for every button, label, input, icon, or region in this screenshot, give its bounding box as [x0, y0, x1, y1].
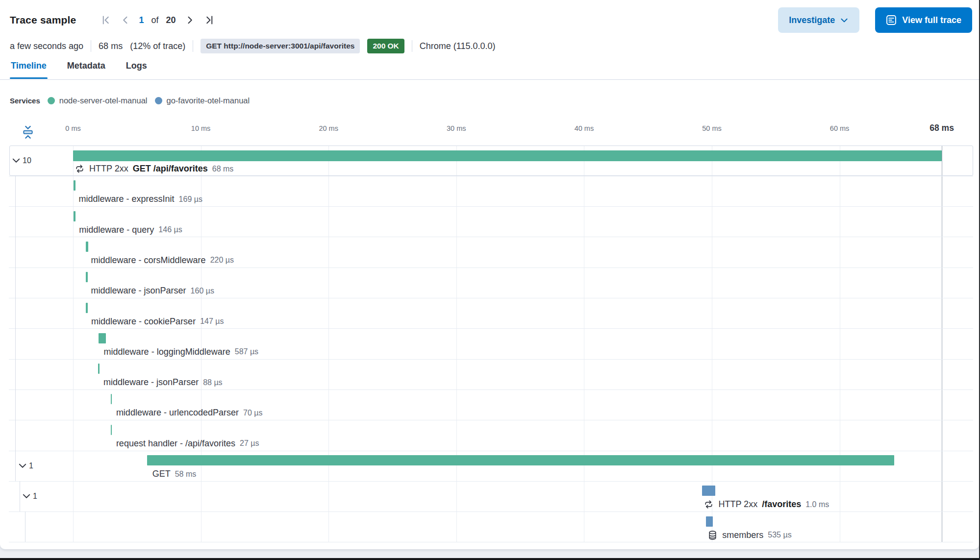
span-duration: 146 µs: [158, 225, 182, 234]
waterfall-label-span-middleware-expressinit[interactable]: middleware - expressInit169 µs: [79, 193, 202, 206]
span-duration: 169 µs: [179, 195, 202, 204]
accordion-guide-line: [25, 511, 25, 542]
span-duration: 27 µs: [240, 439, 259, 448]
axis-gridline: [456, 146, 457, 542]
axis-tick-label: 0 ms: [65, 124, 80, 132]
axis-gridline: [712, 146, 712, 542]
row-separator: [9, 481, 973, 482]
accordion-toggle-transaction-favorites[interactable]: 1: [22, 492, 37, 501]
waterfall-bar-span-middleware-expressinit[interactable]: [74, 180, 75, 191]
row-separator: [9, 359, 973, 360]
waterfall-bar-span-middleware-corsmiddleware[interactable]: [86, 242, 89, 252]
span-label: request handler - /api/favorites: [116, 438, 235, 449]
waterfall-bar-span-middleware-cookieparser[interactable]: [86, 303, 88, 313]
span-label: middleware - expressInit: [79, 194, 175, 204]
accordion-toggle-span-get[interactable]: 1: [18, 462, 33, 470]
http-request-icon: [704, 499, 714, 510]
waterfall-label-transaction-get-api-favorites[interactable]: HTTP 2xxGET /api/favorites68 ms: [75, 163, 233, 175]
row-separator: [9, 420, 973, 420]
row-separator: [9, 237, 973, 237]
row-separator: [9, 451, 973, 451]
accordion-guide-line: [15, 176, 16, 481]
span-duration: 88 µs: [203, 378, 222, 387]
waterfall-label-span-middleware-cookieparser[interactable]: middleware - cookieParser147 µs: [91, 315, 224, 328]
axis-gridline: [73, 146, 74, 542]
row-separator: [9, 511, 973, 512]
span-label: middleware - loggingMiddleware: [104, 347, 230, 357]
span-title: GET /api/favorites: [133, 164, 208, 174]
waterfall-bar-span-middleware-loggingmiddleware[interactable]: [99, 333, 106, 343]
waterfall-label-span-smembers[interactable]: smembers535 µs: [707, 529, 791, 541]
row-separator: [9, 176, 973, 176]
span-label: middleware - corsMiddleware: [91, 255, 206, 266]
waterfall-bar-span-middleware-urlencodedparser[interactable]: [111, 394, 112, 404]
axis-end-gridline: [942, 146, 942, 542]
row-separator: [9, 268, 973, 268]
row-separator: [9, 542, 973, 542]
axis-gridline: [840, 146, 840, 542]
row-separator: [9, 298, 973, 298]
waterfall-label-span-middleware-query[interactable]: middleware - query146 µs: [79, 223, 182, 236]
waterfall-bar-span-smembers[interactable]: [706, 516, 713, 527]
axis-tick-label: 30 ms: [447, 124, 466, 132]
waterfall-label-span-middleware-jsonparser-1[interactable]: middleware - jsonParser160 µs: [91, 285, 214, 297]
accordion-child-count: 1: [33, 492, 37, 501]
accordion-child-count: 10: [23, 156, 31, 165]
axis-gridline: [584, 146, 584, 542]
window-bottom-edge: [0, 558, 980, 560]
accordion-toggle-transaction-get-api-favorites[interactable]: 10: [12, 156, 31, 165]
waterfall-label-span-middleware-corsmiddleware[interactable]: middleware - corsMiddleware220 µs: [91, 254, 234, 267]
accordion-chevron-down-icon: [18, 462, 27, 470]
accordion-chevron-down-icon: [12, 156, 21, 165]
span-label: GET: [152, 469, 171, 479]
span-duration: 587 µs: [235, 347, 258, 356]
span-title: /favorites: [762, 499, 801, 510]
axis-tick-label: 60 ms: [830, 124, 850, 132]
row-separator: [9, 328, 973, 329]
span-duration: 535 µs: [768, 531, 791, 539]
accordion-child-count: 1: [29, 462, 33, 470]
http-request-icon: [75, 164, 85, 174]
waterfall-bar-span-request-handler[interactable]: [111, 425, 112, 435]
axis-tick-label: 50 ms: [702, 124, 722, 132]
waterfall-bar-span-middleware-jsonparser-2[interactable]: [98, 364, 100, 374]
span-result-label: HTTP 2xx: [89, 164, 128, 174]
axis-tick-label: 10 ms: [191, 124, 211, 132]
row-separator: [9, 390, 973, 390]
span-label: middleware - query: [79, 225, 154, 235]
span-duration: 160 µs: [191, 287, 214, 295]
span-duration: 147 µs: [200, 317, 224, 326]
span-label: middleware - urlencodedParser: [116, 408, 239, 418]
waterfall-canvas: 0 ms10 ms20 ms30 ms40 ms50 ms60 ms68 ms …: [0, 0, 980, 560]
span-duration: 70 µs: [243, 409, 262, 417]
span-duration: 68 ms: [212, 165, 234, 173]
waterfall-bar-span-get[interactable]: [147, 455, 895, 465]
span-label: smembers: [722, 530, 763, 540]
waterfall-bar-transaction-favorites[interactable]: [702, 486, 715, 496]
waterfall-bar-span-middleware-jsonparser-1[interactable]: [86, 272, 88, 282]
waterfall-label-span-request-handler[interactable]: request handler - /api/favorites27 µs: [116, 437, 259, 450]
span-label: middleware - jsonParser: [103, 377, 199, 388]
axis-tick-label: 20 ms: [319, 124, 338, 132]
waterfall-label-span-get[interactable]: GET58 ms: [152, 468, 197, 481]
row-separator: [9, 206, 973, 207]
span-duration: 58 ms: [175, 470, 197, 479]
span-result-label: HTTP 2xx: [718, 499, 757, 510]
waterfall-bar-span-middleware-query[interactable]: [74, 211, 75, 221]
waterfall-label-span-middleware-loggingmiddleware[interactable]: middleware - loggingMiddleware587 µs: [104, 345, 259, 358]
waterfall-bar-transaction-get-api-favorites[interactable]: [73, 150, 942, 161]
waterfall-label-span-middleware-jsonparser-2[interactable]: middleware - jsonParser88 µs: [103, 376, 223, 389]
waterfall-label-span-middleware-urlencodedparser[interactable]: middleware - urlencodedParser70 µs: [116, 407, 263, 419]
database-icon: [707, 530, 718, 540]
span-label: middleware - cookieParser: [91, 317, 196, 327]
axis-end-tick-label: 68 ms: [930, 123, 954, 133]
span-duration: 220 µs: [210, 256, 234, 265]
span-label: middleware - jsonParser: [91, 286, 186, 296]
accordion-guide-line: [20, 481, 20, 511]
accordion-chevron-down-icon: [22, 492, 31, 501]
axis-tick-label: 40 ms: [575, 124, 594, 132]
span-duration: 1.0 ms: [805, 500, 829, 509]
waterfall-label-transaction-favorites[interactable]: HTTP 2xx/favorites1.0 ms: [704, 498, 829, 511]
axis-gridline: [328, 146, 329, 542]
